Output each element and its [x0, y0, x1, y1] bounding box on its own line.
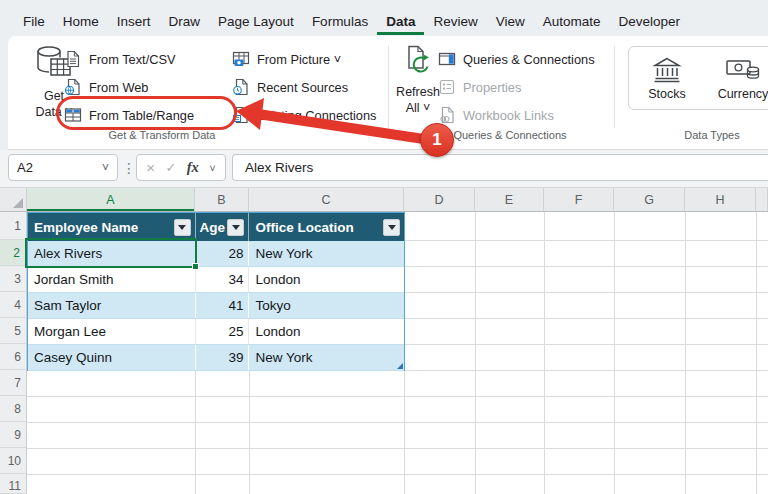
cell-c2[interactable]: New York: [249, 241, 404, 266]
column-header-g[interactable]: G: [614, 188, 685, 211]
refresh-all-label-bottom: All ˅: [392, 101, 444, 116]
column-header-h[interactable]: H: [685, 188, 756, 211]
cell-b6[interactable]: 39: [196, 345, 250, 370]
gridline: [475, 212, 476, 494]
cell-a5[interactable]: Morgan Lee: [28, 319, 196, 344]
highlight-box-from-table-range: [56, 96, 237, 130]
from-text-csv-button[interactable]: From Text/CSV: [64, 46, 176, 72]
filter-button[interactable]: [383, 219, 400, 236]
header-cell-age[interactable]: Age: [196, 213, 250, 241]
stocks-button[interactable]: Stocks: [632, 56, 702, 101]
cancel-icon[interactable]: ×: [146, 159, 155, 176]
cell-c6[interactable]: New York: [249, 345, 404, 370]
cell-c4[interactable]: Tokyo: [249, 293, 404, 318]
cell-a3[interactable]: Jordan Smith: [28, 267, 196, 292]
properties-icon: [438, 78, 456, 96]
group-divider: [388, 46, 389, 128]
column-header-partial[interactable]: [756, 188, 768, 211]
tab-review[interactable]: Review: [424, 9, 486, 35]
queries-connections-button[interactable]: Queries & Connections: [438, 46, 595, 72]
table-row: Sam Taylor 41 Tokyo: [28, 293, 404, 319]
column-header-f[interactable]: F: [544, 188, 614, 211]
header-label: Employee Name: [34, 220, 138, 235]
name-box-value: A2: [17, 160, 33, 175]
formula-bar-drag-handle[interactable]: ⋮: [122, 154, 136, 181]
existing-connections-label: Existing Connections: [257, 108, 377, 123]
tab-automate[interactable]: Automate: [534, 9, 610, 35]
formula-bar: A2 ˅ ⋮ × ✓ fx ˅ Alex Rivers: [0, 150, 768, 188]
tab-data[interactable]: Data: [377, 9, 424, 35]
row-header-6[interactable]: 6: [0, 344, 27, 370]
tab-page-layout[interactable]: Page Layout: [209, 9, 303, 35]
row-headers: 1 2 3 4 5 6 7 8 9 10 11: [0, 212, 27, 494]
cell-b4[interactable]: 41: [196, 293, 250, 318]
tab-developer[interactable]: Developer: [610, 9, 690, 35]
cell-b2[interactable]: 28: [196, 241, 250, 266]
filter-button[interactable]: [174, 219, 191, 236]
column-header-c[interactable]: C: [249, 188, 404, 211]
table-row: Casey Quinn 39 New York: [28, 345, 404, 371]
formula-input[interactable]: Alex Rivers: [232, 154, 768, 181]
tab-file[interactable]: File: [14, 9, 54, 35]
row-header-3[interactable]: 3: [0, 266, 27, 292]
recent-sources-label: Recent Sources: [257, 80, 348, 95]
cell-a4[interactable]: Sam Taylor: [28, 293, 196, 318]
cell-b5[interactable]: 25: [196, 319, 250, 344]
tab-formulas[interactable]: Formulas: [303, 9, 377, 35]
currency-icon: [726, 56, 760, 84]
enter-icon[interactable]: ✓: [165, 160, 176, 175]
row-header-9[interactable]: 9: [0, 422, 27, 448]
column-header-e[interactable]: E: [475, 188, 544, 211]
filter-icon: [388, 225, 396, 230]
from-picture-button[interactable]: From Picture ˅: [232, 46, 341, 72]
header-cell-employee-name[interactable]: Employee Name: [28, 213, 196, 241]
tab-draw[interactable]: Draw: [160, 9, 210, 35]
step-badge-number: 1: [432, 130, 441, 150]
select-all-button[interactable]: [0, 188, 27, 211]
refresh-all-label-top: Refresh: [392, 85, 444, 100]
row-header-1[interactable]: 1: [0, 212, 27, 240]
stocks-label: Stocks: [632, 87, 702, 101]
tab-home[interactable]: Home: [54, 9, 108, 35]
row-header-10[interactable]: 10: [0, 448, 27, 474]
row-header-8[interactable]: 8: [0, 396, 27, 422]
queries-connections-icon: [438, 50, 456, 68]
from-picture-label: From Picture ˅: [257, 52, 341, 67]
group-get-transform-data: Get & Transform Data: [22, 129, 302, 141]
tab-insert[interactable]: Insert: [108, 9, 160, 35]
filter-button[interactable]: [227, 219, 244, 236]
cell-b3[interactable]: 34: [196, 267, 250, 292]
row-header-11[interactable]: 11: [0, 474, 27, 494]
filter-icon: [178, 225, 186, 230]
refresh-all-button[interactable]: Refresh All ˅: [392, 44, 444, 116]
currency-button[interactable]: Currency: [708, 56, 768, 101]
cell-c5[interactable]: London: [249, 319, 404, 344]
row-header-7[interactable]: 7: [0, 370, 27, 396]
column-header-d[interactable]: D: [404, 188, 475, 211]
cell-a6[interactable]: Casey Quinn: [28, 345, 196, 370]
fx-chevron-icon[interactable]: ˅: [209, 162, 215, 174]
column-header-b[interactable]: B: [195, 188, 249, 211]
excel-window: File Home Insert Draw Page Layout Formul…: [0, 0, 768, 494]
name-box-chevron-icon[interactable]: ˅: [102, 161, 109, 175]
step-badge: 1: [420, 123, 454, 157]
cell-c3[interactable]: London: [249, 267, 404, 292]
currency-label: Currency: [708, 87, 768, 101]
recent-sources-button[interactable]: Recent Sources: [232, 74, 348, 100]
row-header-2[interactable]: 2: [0, 240, 27, 266]
formula-input-value: Alex Rivers: [245, 160, 313, 175]
tab-view[interactable]: View: [487, 9, 534, 35]
name-box[interactable]: A2 ˅: [8, 154, 118, 181]
fill-handle[interactable]: [192, 263, 199, 270]
group-divider: [614, 46, 615, 128]
row-header-5[interactable]: 5: [0, 318, 27, 344]
picture-icon: [232, 50, 250, 68]
row-header-4[interactable]: 4: [0, 292, 27, 318]
gridline: [27, 448, 768, 449]
header-label: Age: [200, 220, 226, 235]
existing-connections-button[interactable]: Existing Connections: [232, 102, 377, 128]
column-header-a[interactable]: A: [27, 188, 195, 211]
header-cell-office-location[interactable]: Office Location: [249, 213, 404, 241]
table-resize-handle[interactable]: [397, 363, 403, 369]
insert-function-button[interactable]: fx: [187, 159, 199, 176]
